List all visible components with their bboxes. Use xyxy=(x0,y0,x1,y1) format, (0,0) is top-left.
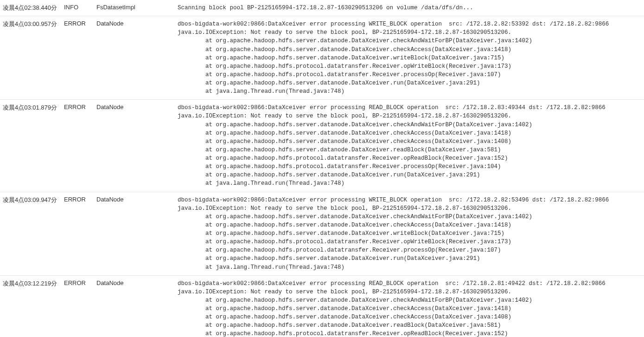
log-row[interactable]: 凌晨4点03:01.879分ERRORDataNodedbos-bigdata-… xyxy=(0,100,644,192)
log-message: dbos-bigdata-work002:9866:DataXceiver er… xyxy=(175,192,644,275)
log-message: dbos-bigdata-work002:9866:DataXceiver er… xyxy=(175,100,644,192)
log-time: 凌晨4点03:09.947分 xyxy=(0,192,61,275)
log-level: INFO xyxy=(61,0,94,16)
log-message: dbos-bigdata-work002:9866:DataXceiver er… xyxy=(175,16,644,100)
log-source: DataNode xyxy=(94,16,175,100)
log-message: Scanning block pool BP-2125165994-172.18… xyxy=(175,0,644,16)
log-time: 凌晨4点03:00.957分 xyxy=(0,16,61,100)
log-table-body: 凌晨4点02:38.440分INFOFsDatasetImplScanning … xyxy=(0,0,644,337)
log-level: ERROR xyxy=(61,192,94,275)
log-source: DataNode xyxy=(94,275,175,337)
log-row[interactable]: 凌晨4点03:12.219分ERRORDataNodedbos-bigdata-… xyxy=(0,275,644,337)
log-level: ERROR xyxy=(61,275,94,337)
log-message: dbos-bigdata-work002:9866:DataXceiver er… xyxy=(175,275,644,337)
log-time: 凌晨4点02:38.440分 xyxy=(0,0,61,16)
log-level: ERROR xyxy=(61,16,94,100)
log-source: DataNode xyxy=(94,100,175,192)
log-row[interactable]: 凌晨4点03:09.947分ERRORDataNodedbos-bigdata-… xyxy=(0,192,644,275)
log-source: DataNode xyxy=(94,192,175,275)
log-time: 凌晨4点03:12.219分 xyxy=(0,275,61,337)
log-table: 凌晨4点02:38.440分INFOFsDatasetImplScanning … xyxy=(0,0,644,337)
log-source: FsDatasetImpl xyxy=(94,0,175,16)
log-time: 凌晨4点03:01.879分 xyxy=(0,100,61,192)
log-row[interactable]: 凌晨4点03:00.957分ERRORDataNodedbos-bigdata-… xyxy=(0,16,644,100)
log-row[interactable]: 凌晨4点02:38.440分INFOFsDatasetImplScanning … xyxy=(0,0,644,16)
log-level: ERROR xyxy=(61,100,94,192)
